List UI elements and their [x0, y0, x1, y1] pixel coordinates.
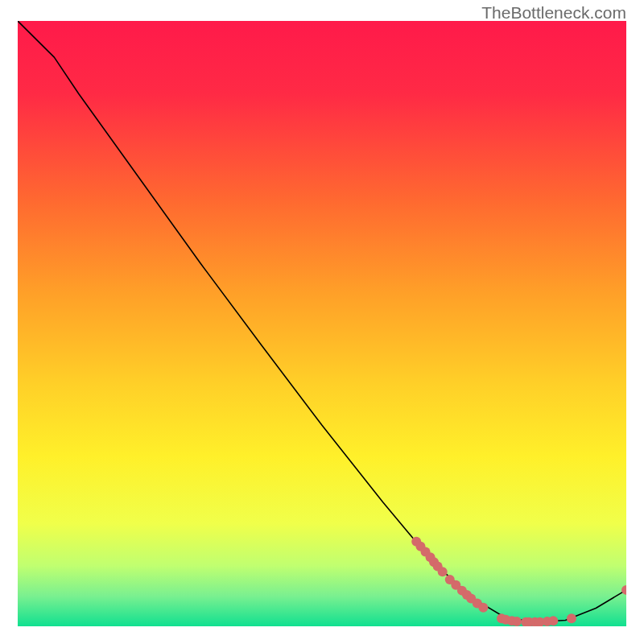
curve-marker [567, 613, 576, 623]
plot-area [18, 21, 626, 626]
curve-marker [548, 616, 558, 625]
curve-marker [478, 603, 488, 613]
chart-container: TheBottleneck.com [0, 0, 644, 644]
chart-svg [18, 21, 626, 626]
curve-marker [438, 567, 448, 576]
gradient-bg [18, 21, 626, 626]
curve-marker [512, 617, 522, 626]
attribution-text: TheBottleneck.com [481, 3, 626, 23]
